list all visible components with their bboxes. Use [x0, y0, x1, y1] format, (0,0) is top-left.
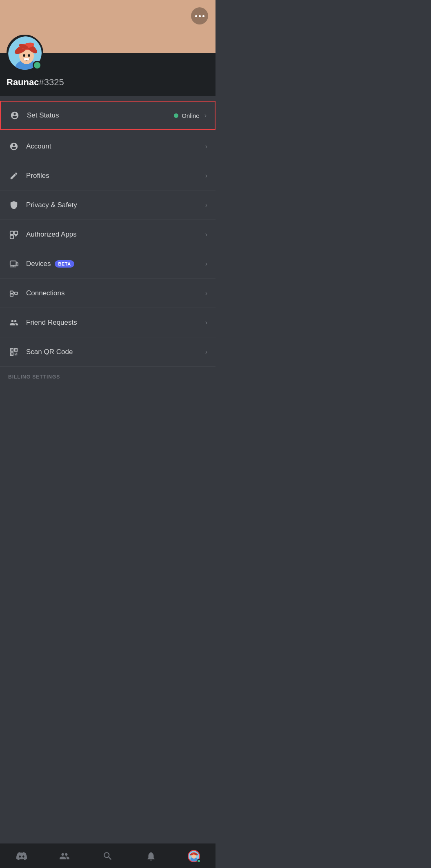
svg-rect-23: [16, 349, 17, 350]
apps-right: ›: [204, 231, 207, 238]
account-right: ›: [204, 143, 207, 150]
connections-label: Connections: [26, 289, 204, 297]
devices-label: Devices BETA: [26, 260, 204, 268]
friend-requests-icon: [8, 317, 20, 328]
svg-point-10: [28, 54, 30, 57]
settings-list: Set Status Online › Account › Profiles ›: [0, 101, 216, 367]
status-text: Online: [182, 112, 199, 119]
online-status-indicator: [33, 61, 42, 70]
chevron-icon: ›: [204, 112, 207, 119]
status-icon: [9, 110, 20, 121]
profiles-icon: [8, 170, 20, 182]
connections-right: ›: [204, 290, 207, 297]
svg-rect-11: [24, 58, 29, 60]
avatar-wrapper: [7, 35, 43, 71]
scan-qr-item[interactable]: Scan QR Code ›: [0, 337, 216, 367]
privacy-icon: [8, 199, 20, 211]
authorized-apps-item[interactable]: Authorized Apps ›: [0, 220, 216, 249]
chevron-icon: ›: [205, 143, 207, 150]
svg-rect-25: [11, 353, 13, 354]
svg-rect-21: [11, 349, 13, 350]
svg-rect-16: [16, 263, 18, 266]
svg-rect-18: [10, 294, 13, 296]
chevron-icon: ›: [205, 348, 207, 356]
online-dot: [174, 113, 178, 118]
chevron-icon: ›: [205, 202, 207, 209]
connections-item[interactable]: Connections ›: [0, 279, 216, 308]
scan-qr-label: Scan QR Code: [26, 348, 204, 356]
qr-code-icon: [8, 346, 20, 358]
privacy-right: ›: [204, 202, 207, 209]
profiles-right: ›: [204, 172, 207, 179]
billing-section-label: BILLING SETTINGS: [0, 367, 216, 383]
connections-icon: [8, 288, 20, 299]
chevron-icon: ›: [205, 260, 207, 268]
profile-section: Raunac#3325: [0, 53, 216, 96]
account-label: Account: [26, 142, 204, 151]
chevron-icon: ›: [205, 231, 207, 238]
status-right: Online ›: [174, 112, 207, 119]
authorized-apps-label: Authorized Apps: [26, 230, 204, 239]
devices-icon: [8, 258, 20, 270]
svg-rect-14: [10, 235, 13, 238]
chevron-icon: ›: [205, 172, 207, 179]
friend-requests-item[interactable]: Friend Requests ›: [0, 308, 216, 337]
username: Raunac#3325: [7, 77, 209, 88]
friend-requests-right: ›: [204, 319, 207, 326]
more-dots-icon: [195, 15, 204, 17]
apps-icon: [8, 229, 20, 240]
chevron-icon: ›: [205, 290, 207, 297]
svg-point-9: [23, 54, 25, 57]
set-status-label: Set Status: [27, 111, 174, 120]
account-item[interactable]: Account ›: [0, 132, 216, 161]
qr-right: ›: [204, 348, 207, 356]
beta-badge: BETA: [55, 260, 74, 268]
profiles-label: Profiles: [26, 172, 204, 180]
more-options-button[interactable]: [191, 7, 208, 24]
privacy-safety-label: Privacy & Safety: [26, 201, 204, 209]
chevron-icon: ›: [205, 319, 207, 326]
svg-rect-12: [10, 231, 13, 234]
set-status-item[interactable]: Set Status Online ›: [0, 101, 216, 130]
devices-right: ›: [204, 260, 207, 268]
devices-item[interactable]: Devices BETA ›: [0, 249, 216, 279]
svg-rect-17: [10, 291, 13, 293]
svg-rect-15: [10, 261, 16, 265]
svg-rect-13: [14, 231, 18, 234]
friend-requests-label: Friend Requests: [26, 319, 204, 327]
privacy-safety-item[interactable]: Privacy & Safety ›: [0, 190, 216, 220]
profiles-item[interactable]: Profiles ›: [0, 161, 216, 190]
account-icon: [8, 141, 20, 152]
